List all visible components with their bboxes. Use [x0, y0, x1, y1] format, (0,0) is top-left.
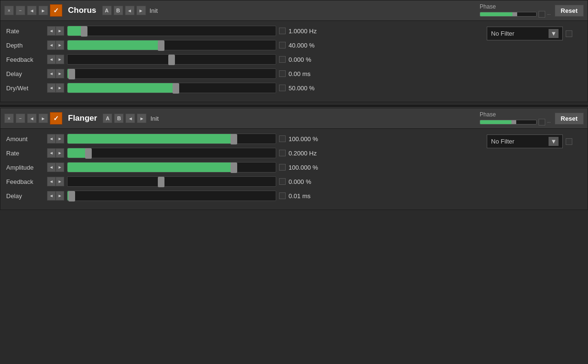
- flanger-amount-slider[interactable]: [67, 134, 276, 144]
- flanger-amplitude-checkbox[interactable]: [279, 164, 286, 171]
- flanger-minimize-button[interactable]: −: [16, 114, 25, 123]
- chorus-a-button[interactable]: A: [102, 6, 112, 15]
- chorus-header: × − ◄ ► ✓ Chorus A B ◄ ► Init Phase ···: [0, 0, 588, 21]
- chorus-depth-prev[interactable]: ◄: [47, 40, 56, 50]
- chorus-feedback-slider[interactable]: [67, 54, 276, 65]
- chorus-init-button[interactable]: Init: [148, 7, 160, 14]
- chorus-phase-thumb[interactable]: [512, 12, 517, 17]
- chorus-rate-thumb[interactable]: [81, 26, 87, 37]
- chorus-delay-checkbox[interactable]: [279, 70, 286, 77]
- flanger-reset-button[interactable]: Reset: [555, 113, 584, 125]
- flanger-rate-arrows: ◄ ►: [47, 148, 64, 158]
- flanger-a-button[interactable]: A: [103, 114, 112, 123]
- chorus-ab-prev-button[interactable]: ◄: [125, 6, 135, 15]
- chorus-feedback-checkbox[interactable]: [279, 56, 286, 63]
- flanger-enable-button[interactable]: ✓: [50, 112, 62, 125]
- chorus-feedback-next[interactable]: ►: [56, 55, 64, 64]
- chorus-phase-section: Phase ···: [480, 3, 551, 18]
- flanger-filter-checkbox[interactable]: [566, 138, 572, 145]
- chorus-depth-thumb[interactable]: [158, 40, 164, 51]
- flanger-amount-thumb[interactable]: [231, 134, 237, 144]
- flanger-phase-thumb[interactable]: [511, 120, 516, 125]
- chorus-reset-button[interactable]: Reset: [555, 5, 584, 17]
- flanger-rate-thumb[interactable]: [85, 148, 92, 159]
- chorus-drywet-thumb[interactable]: [173, 83, 179, 94]
- flanger-amount-prev[interactable]: ◄: [47, 134, 56, 144]
- flanger-feedback-arrows: ◄ ►: [47, 177, 64, 186]
- flanger-delay-prev[interactable]: ◄: [47, 191, 56, 201]
- chorus-drywet-next[interactable]: ►: [56, 83, 64, 93]
- chorus-prev-button[interactable]: ◄: [27, 6, 37, 15]
- chorus-rate-slider[interactable]: [67, 26, 276, 36]
- chorus-filter-row: No Filter ▼: [487, 27, 582, 40]
- flanger-next-button[interactable]: ►: [39, 114, 48, 123]
- flanger-b-button[interactable]: B: [114, 114, 124, 123]
- chorus-drywet-slider[interactable]: [67, 83, 276, 93]
- chorus-drywet-prev[interactable]: ◄: [47, 83, 56, 93]
- flanger-rate-slider[interactable]: [67, 148, 276, 158]
- chorus-phase-checkbox[interactable]: [539, 11, 545, 18]
- flanger-feedback-checkbox[interactable]: [279, 178, 286, 185]
- flanger-rate-prev[interactable]: ◄: [47, 148, 56, 158]
- flanger-amplitude-prev[interactable]: ◄: [47, 163, 56, 172]
- chorus-depth-slider[interactable]: [67, 40, 276, 50]
- flanger-delay-checkbox[interactable]: [279, 192, 286, 199]
- chorus-phase-slider-row: ···: [480, 11, 551, 18]
- chorus-filter-checkbox[interactable]: [566, 30, 572, 37]
- flanger-amount-next[interactable]: ►: [56, 134, 64, 144]
- chorus-delay-arrows: ◄ ►: [47, 69, 64, 78]
- chorus-minimize-button[interactable]: −: [16, 6, 25, 15]
- chorus-filter-select[interactable]: No Filter ▼: [487, 27, 563, 40]
- flanger-delay-next[interactable]: ►: [56, 191, 64, 201]
- flanger-phase-value: ···: [547, 120, 551, 125]
- flanger-phase-checkbox[interactable]: [539, 119, 545, 125]
- chorus-close-button[interactable]: ×: [4, 6, 14, 15]
- chorus-delay-next[interactable]: ►: [56, 69, 64, 78]
- flanger-amplitude-slider[interactable]: [67, 162, 276, 172]
- flanger-delay-arrows: ◄ ►: [47, 191, 64, 201]
- chorus-depth-next[interactable]: ►: [56, 40, 64, 50]
- chorus-b-button[interactable]: B: [114, 6, 123, 15]
- chorus-feedback-prev[interactable]: ◄: [47, 55, 56, 64]
- flanger-amplitude-thumb[interactable]: [231, 163, 237, 173]
- chorus-delay-prev[interactable]: ◄: [47, 69, 56, 78]
- chorus-next-button[interactable]: ►: [39, 6, 48, 15]
- chorus-rate-value: 1.0000 Hz: [289, 28, 329, 35]
- chorus-depth-checkbox[interactable]: [279, 42, 286, 48]
- chorus-phase-track[interactable]: [480, 12, 537, 17]
- chorus-feedback-thumb[interactable]: [168, 55, 175, 65]
- chorus-rate-next[interactable]: ►: [56, 26, 64, 36]
- chorus-drywet-checkbox[interactable]: [279, 85, 286, 91]
- flanger-feedback-slider[interactable]: [67, 176, 276, 187]
- chorus-header-right: Phase ··· Reset: [480, 3, 584, 18]
- flanger-rate-checkbox[interactable]: [279, 150, 286, 156]
- flanger-phase-track[interactable]: [480, 120, 537, 125]
- flanger-feedback-prev[interactable]: ◄: [47, 177, 56, 186]
- chorus-filter-label: No Filter: [491, 30, 514, 37]
- chorus-right-section: No Filter ▼: [487, 26, 582, 97]
- flanger-amount-checkbox[interactable]: [279, 135, 286, 142]
- flanger-prev-button[interactable]: ◄: [27, 114, 37, 123]
- chorus-delay-thumb[interactable]: [68, 69, 75, 79]
- flanger-filter-select[interactable]: No Filter ▼: [487, 134, 563, 148]
- flanger-phase-fill: [480, 120, 514, 124]
- flanger-delay-thumb[interactable]: [68, 191, 75, 201]
- chorus-delay-slider[interactable]: [67, 68, 276, 79]
- flanger-amplitude-next[interactable]: ►: [56, 163, 64, 172]
- flanger-right-section: No Filter ▼: [487, 134, 582, 205]
- chorus-rate-checkbox[interactable]: [279, 28, 286, 34]
- flanger-rate-next[interactable]: ►: [56, 148, 64, 158]
- chorus-phase-fill: [480, 12, 515, 16]
- flanger-amount-row: Amount ◄ ► 100.000 %: [6, 134, 477, 144]
- flanger-init-button[interactable]: Init: [148, 115, 160, 122]
- chorus-rate-prev[interactable]: ◄: [47, 26, 56, 36]
- flanger-ab-prev-button[interactable]: ◄: [125, 114, 135, 123]
- flanger-feedback-thumb[interactable]: [158, 177, 164, 187]
- flanger-controls: Amount ◄ ► 100.000 % Rate ◄ ►: [0, 129, 588, 210]
- chorus-ab-next-button[interactable]: ►: [136, 6, 146, 15]
- flanger-ab-next-button[interactable]: ►: [137, 114, 146, 123]
- chorus-enable-button[interactable]: ✓: [50, 4, 62, 17]
- flanger-feedback-next[interactable]: ►: [56, 177, 64, 186]
- flanger-delay-slider[interactable]: [67, 191, 276, 201]
- flanger-close-button[interactable]: ×: [4, 114, 14, 123]
